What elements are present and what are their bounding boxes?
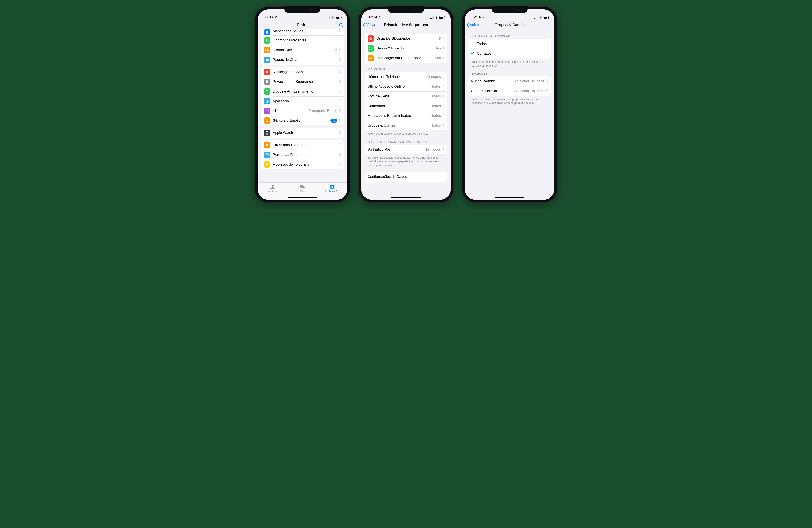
- row-label: Chamadas: [367, 104, 430, 108]
- tab-contacts[interactable]: Contatos: [261, 184, 284, 200]
- db-icon: [264, 88, 270, 95]
- settings-row[interactable]: Privacidade e Segurança: [261, 77, 344, 87]
- option-row[interactable]: Todos: [468, 39, 551, 49]
- chevron-right-icon: [339, 153, 341, 157]
- search-button[interactable]: [338, 20, 344, 30]
- watch-icon: [264, 130, 270, 136]
- settings-row[interactable]: Notificações e Sons: [261, 67, 344, 77]
- settings-row[interactable]: Fazer uma Pergunta: [261, 140, 344, 150]
- settings-row[interactable]: Recursos do Telegram: [261, 160, 344, 169]
- question-icon: ?: [264, 152, 270, 158]
- row-label: Pastas de Chat: [273, 58, 337, 62]
- globe-icon: [264, 108, 270, 114]
- chevron-right-icon: [443, 37, 445, 41]
- home-indicator[interactable]: [288, 197, 317, 198]
- settings-row[interactable]: Verificação em Duas EtapasSim: [365, 53, 447, 63]
- cellular-icon: [430, 16, 434, 19]
- settings-row[interactable]: Usuários Bloqueados8: [365, 34, 447, 44]
- section-footer: Você pode restringir quem pode te adicio…: [468, 59, 551, 67]
- row-label: Contatos: [477, 51, 548, 56]
- row-label: Mensagens Encaminhadas: [367, 114, 430, 118]
- bell-icon: [264, 69, 270, 75]
- faceid-icon: [367, 45, 374, 51]
- chevron-right-icon: [339, 58, 341, 62]
- privacy-content[interactable]: Usuários Bloqueados8Senha & Face IDNãoVe…: [361, 30, 451, 200]
- chevron-right-icon: [339, 29, 341, 33]
- row-value: Adicionar Usuários: [514, 79, 545, 84]
- row-label: Fazer uma Pergunta: [273, 143, 337, 147]
- home-indicator[interactable]: [495, 197, 524, 198]
- settings-row[interactable]: Aparência: [261, 96, 344, 106]
- row-label: Notificações e Sons: [273, 70, 337, 74]
- svg-point-9: [267, 120, 268, 121]
- chevron-right-icon: [443, 175, 445, 179]
- svg-rect-17: [370, 39, 372, 39]
- svg-rect-10: [266, 132, 268, 134]
- svg-text:?: ?: [266, 154, 268, 156]
- settings-group: Apple Watch: [261, 128, 344, 138]
- settings-row[interactable]: Mensagens EncaminhadasTodos: [365, 111, 447, 121]
- settings-row[interactable]: Senha & Face IDNão: [365, 44, 447, 53]
- settings-row[interactable]: Chamadas Recentes: [261, 35, 344, 45]
- tab-label: Contatos: [268, 190, 277, 192]
- row-label: Recursos do Telegram: [273, 162, 337, 167]
- settings-row[interactable]: Grupos & CanaisTodos: [365, 121, 447, 130]
- delete-group: Se Inativo Por12 meses: [365, 145, 447, 154]
- settings-row[interactable]: ChamadasTodos: [365, 101, 447, 111]
- svg-point-15: [302, 186, 305, 188]
- back-button[interactable]: Voltar: [363, 20, 375, 30]
- chevron-right-icon: [443, 46, 445, 50]
- row-value: 6: [335, 48, 337, 52]
- settings-row[interactable]: Dados e Armazenamento: [261, 87, 344, 96]
- svg-point-13: [272, 185, 274, 187]
- section-footer: Você pode adicionar usuários ou grupos i…: [468, 96, 551, 105]
- chevron-right-icon: [443, 75, 445, 79]
- settings-row[interactable]: Se Inativo Por12 meses: [365, 145, 447, 154]
- svg-rect-4: [266, 81, 268, 83]
- screen-1: 12:14 Pedro Mensagens SalvasChamadas Rec…: [258, 9, 347, 200]
- row-label: Número de Telefone: [367, 75, 425, 79]
- settings-row[interactable]: Stickers e Emojis16: [261, 116, 344, 125]
- settings-row[interactable]: Apple Watch: [261, 128, 344, 138]
- battery-icon: [439, 16, 445, 19]
- bookmark-icon: [264, 29, 270, 35]
- devices-icon: [264, 47, 270, 53]
- settings-row[interactable]: Pastas de Chat: [261, 55, 344, 65]
- tab-settings[interactable]: Configurações: [321, 184, 344, 200]
- settings-row[interactable]: Último Acesso e OnlineTodos: [365, 82, 447, 91]
- row-badge: 16: [330, 119, 337, 123]
- lock-icon: [264, 78, 270, 85]
- settings-row[interactable]: Foto de PerfilTodos: [365, 91, 447, 101]
- svg-line-1: [342, 26, 343, 27]
- row-label: Se Inativo Por: [367, 147, 423, 152]
- phone-icon: [264, 37, 270, 44]
- settings-row[interactable]: ?Perguntas Frequentes: [261, 150, 344, 160]
- row-label: Todos: [477, 42, 548, 46]
- row-value: Todos: [431, 114, 441, 118]
- svg-point-8: [266, 120, 267, 121]
- home-indicator[interactable]: [391, 197, 421, 198]
- settings-row[interactable]: Número de TelefoneContatos: [365, 72, 447, 82]
- settings-row[interactable]: Mensagens Salvas: [261, 29, 344, 35]
- settings-row[interactable]: IdiomaPortuguês (Brasil): [261, 106, 344, 116]
- row-value: Todos: [431, 94, 441, 99]
- settings-row[interactable]: Sempre PermitirAdicionar Usuários: [468, 86, 551, 96]
- settings-list[interactable]: Mensagens SalvasChamadas RecentesDisposi…: [258, 29, 347, 182]
- nav-title: Pedro: [297, 23, 308, 27]
- row-label: Idioma: [273, 109, 307, 113]
- settings-group: Fazer uma Pergunta?Perguntas FrequentesR…: [261, 140, 344, 169]
- chevron-right-icon: [339, 143, 341, 147]
- bulb-icon: [264, 161, 270, 168]
- option-row[interactable]: Contatos: [468, 49, 551, 59]
- groups-content[interactable]: QUEM PODE ME ADICIONARTodosContatosVocê …: [465, 30, 554, 200]
- settings-row[interactable]: Dispositivos6: [261, 45, 344, 55]
- settings-group: Mensagens SalvasChamadas RecentesDisposi…: [261, 29, 344, 65]
- back-button[interactable]: Voltar: [466, 20, 479, 30]
- settings-row[interactable]: Configurações de Dados: [365, 172, 447, 182]
- settings-row[interactable]: Nunca PermitirAdicionar Usuários: [468, 76, 551, 86]
- notch: [492, 6, 527, 13]
- row-label: Mensagens Salvas: [273, 29, 337, 33]
- row-label: Último Acesso e Online: [367, 85, 430, 89]
- row-label: Dispositivos: [273, 48, 334, 52]
- section-header: APAGAR MINHA CONTA AUTOMATICAMENTE: [365, 136, 447, 145]
